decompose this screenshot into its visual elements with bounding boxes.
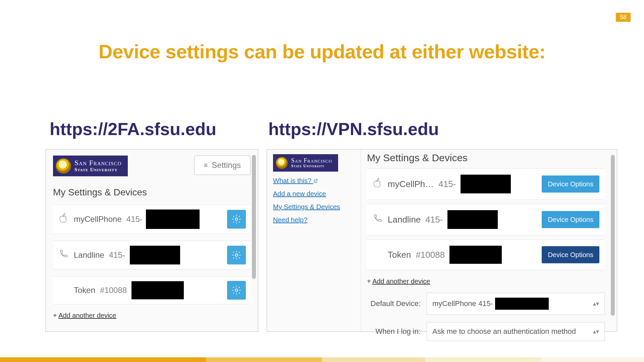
device-name: Token [388, 250, 411, 260]
svg-point-2 [235, 289, 238, 292]
scrollbar[interactable] [252, 155, 256, 279]
brand-line1: San Francisco [74, 159, 122, 167]
brand-line2: State University [74, 167, 122, 173]
gear-icon [231, 214, 241, 224]
device-gear-button[interactable] [227, 210, 246, 229]
main-content: My Settings & Devices myCellPh… 415- Dev… [361, 149, 617, 331]
url-left: https://2FA.sfsu.edu [50, 119, 216, 139]
device-options-button[interactable]: Device Options [542, 246, 599, 263]
device-row: Token #10088 [53, 276, 251, 304]
sidebar: San Francisco State University What is t… [267, 149, 361, 331]
device-row: myCellPhone 415- [53, 204, 251, 234]
chevron-updown-icon: ▴▾ [593, 328, 599, 335]
default-device-value: myCellPhone 415- [432, 299, 493, 308]
hamburger-icon: ≡ [204, 162, 208, 169]
slide-title: Device settings can be updated at either… [0, 40, 644, 63]
device-gear-button[interactable] [227, 246, 246, 264]
when-login-row: When I log in: Ask me to choose an authe… [367, 322, 605, 341]
brand-line2: State University [291, 164, 332, 168]
add-another-device-label: Add another device [58, 312, 116, 319]
redacted-block [131, 281, 184, 299]
brand-line1: San Francisco [291, 158, 332, 164]
device-number-prefix: #10088 [416, 250, 445, 260]
phone-icon [372, 214, 383, 226]
redacted-block [495, 298, 549, 310]
device-number-prefix: 415- [126, 215, 143, 224]
footer-strip [0, 357, 644, 362]
when-login-select[interactable]: Ask me to choose an authentication metho… [427, 322, 605, 341]
device-options-button[interactable]: Device Options [542, 211, 599, 228]
slide-number-badge: 58 [616, 13, 631, 22]
svg-point-1 [235, 254, 238, 256]
sfsu-brand: San Francisco State University [53, 156, 128, 176]
device-row: Landline 415- Device Options [367, 204, 605, 235]
redacted-block [130, 246, 180, 264]
device-name: Token [74, 286, 95, 295]
panel-2fa: San Francisco State University ≡ Setting… [45, 149, 258, 332]
svg-point-0 [235, 218, 238, 221]
link-add-new-device[interactable]: Add a new device [273, 190, 355, 198]
device-number-prefix: #10088 [100, 286, 127, 295]
section-heading-right: My Settings & Devices [367, 152, 605, 164]
settings-button-label: Settings [212, 161, 241, 170]
device-name: Landline [388, 215, 421, 225]
university-seal-icon [56, 158, 71, 174]
device-row: Token #10088 Device Options [367, 239, 605, 270]
when-login-label: When I log in: [367, 327, 421, 336]
link-need-help[interactable]: Need help? [273, 216, 355, 224]
gear-icon [231, 250, 241, 260]
add-another-device-link[interactable]: + Add another device [367, 278, 605, 285]
device-number-prefix: 415- [438, 179, 456, 189]
gear-icon [231, 285, 241, 295]
url-right: https://VPN.sfsu.edu [268, 119, 439, 139]
panel-vpn: San Francisco State University What is t… [267, 149, 617, 332]
redacted-block [146, 209, 200, 229]
apple-icon [372, 178, 383, 191]
device-name: myCellPh… [388, 179, 434, 189]
device-options-button[interactable]: Device Options [542, 176, 599, 193]
device-gear-button[interactable] [227, 281, 246, 300]
device-row: myCellPh… 415- Device Options [367, 168, 605, 200]
add-another-device-label: Add another device [372, 278, 430, 285]
device-number-prefix: 415- [425, 215, 443, 225]
sfsu-brand: San Francisco State University [273, 154, 338, 172]
device-row: Landline 415- [53, 241, 251, 269]
redacted-block [461, 175, 511, 193]
external-link-icon [313, 179, 318, 183]
default-device-row: Default Device: myCellPhone 415- ▴▾ [367, 293, 605, 315]
apple-icon [58, 213, 69, 226]
link-what-is-this[interactable]: What is this? [273, 177, 355, 185]
link-label: What is this? [273, 177, 311, 184]
section-heading-left: My Settings & Devices [53, 187, 251, 198]
university-seal-icon [276, 157, 288, 169]
device-name: myCellPhone [74, 215, 122, 224]
default-device-select[interactable]: myCellPhone 415- ▴▾ [427, 293, 605, 315]
redacted-block [449, 246, 502, 264]
phone-icon [58, 249, 69, 261]
device-number-prefix: 415- [109, 250, 125, 260]
chevron-updown-icon: ▴▾ [593, 300, 599, 307]
settings-button[interactable]: ≡ Settings [194, 156, 251, 175]
when-login-value: Ask me to choose an authentication metho… [432, 327, 576, 336]
device-name: Landline [74, 250, 104, 260]
add-another-device-link[interactable]: + Add another device [53, 312, 251, 319]
link-my-settings[interactable]: My Settings & Devices [273, 203, 355, 211]
scrollbar[interactable] [611, 155, 615, 316]
redacted-block [447, 210, 498, 229]
default-device-label: Default Device: [367, 299, 421, 308]
